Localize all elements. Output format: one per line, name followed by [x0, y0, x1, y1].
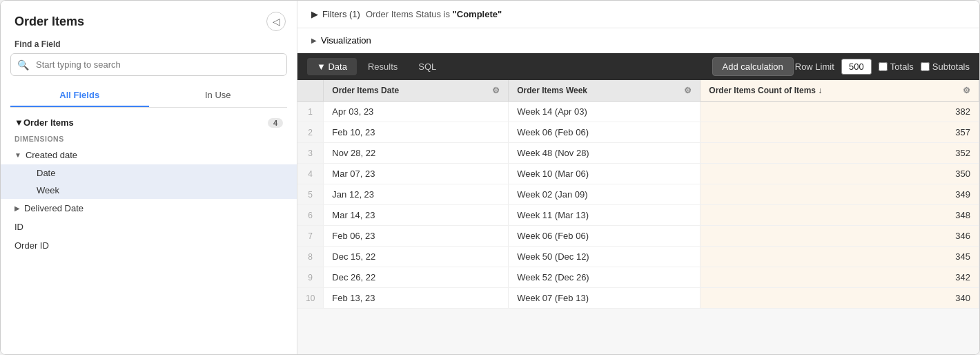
- tab-sql[interactable]: SQL: [409, 58, 446, 75]
- table-row: 10 Feb 13, 23 Week 07 (Feb 13) 340: [297, 288, 979, 309]
- table-row: 2 Feb 10, 23 Week 06 (Feb 06) 357: [297, 122, 979, 143]
- cell-date: Nov 28, 22: [324, 143, 509, 164]
- cell-date: Feb 06, 23: [324, 226, 509, 247]
- cell-date: Dec 15, 22: [324, 247, 509, 267]
- col-date-gear-icon[interactable]: ⚙: [492, 86, 500, 95]
- field-order-id[interactable]: Order ID: [1, 236, 297, 255]
- cell-week: Week 02 (Jan 09): [509, 184, 700, 205]
- data-table: Order Items Date ⚙ Order Items Week ⚙: [297, 80, 979, 309]
- sidebar-collapse-button[interactable]: ◁: [266, 12, 286, 31]
- cell-count: 342: [700, 267, 979, 288]
- group-badge: 4: [268, 118, 283, 128]
- cell-count: 350: [700, 164, 979, 184]
- viz-caret-icon: ▶: [311, 37, 317, 44]
- field-created-date-label: Created date: [26, 150, 77, 160]
- cell-count: 348: [700, 205, 979, 226]
- table-row: 8 Dec 15, 22 Week 50 (Dec 12) 345: [297, 247, 979, 267]
- filters-toggle[interactable]: ▶ Filters (1): [311, 9, 360, 19]
- cell-date: Feb 10, 23: [324, 122, 509, 143]
- col-header-num: [297, 80, 324, 102]
- sidebar-header: Order Items ◁: [1, 1, 297, 37]
- visualization-bar[interactable]: ▶ Visualization: [297, 28, 979, 53]
- row-num: 7: [297, 226, 324, 247]
- field-id-label: ID: [14, 222, 23, 232]
- subtotals-label: Subtotals: [932, 61, 970, 72]
- cell-week: Week 48 (Nov 28): [509, 143, 700, 164]
- col-count-gear-icon[interactable]: ⚙: [963, 86, 970, 95]
- tab-results[interactable]: Results: [358, 58, 407, 75]
- cell-count: 349: [700, 184, 979, 205]
- row-num: 1: [297, 102, 324, 122]
- col-date-label: Order Items Date: [332, 86, 399, 95]
- cell-count: 346: [700, 226, 979, 247]
- col-week-label: Order Items Week: [517, 86, 587, 95]
- expand-caret-icon: ▼: [14, 151, 21, 159]
- table-row: 3 Nov 28, 22 Week 48 (Nov 28) 352: [297, 143, 979, 164]
- cell-count: 382: [700, 102, 979, 122]
- add-calculation-button[interactable]: Add calculation: [712, 57, 794, 76]
- dimensions-label: DIMENSIONS: [1, 132, 297, 146]
- col-header-count: Order Items Count of Items ↓ ⚙: [700, 80, 979, 102]
- col-header-week: Order Items Week ⚙: [509, 80, 700, 102]
- search-input[interactable]: [10, 53, 287, 76]
- sidebar: Order Items ◁ Find a Field 🔍 All Fields …: [1, 1, 297, 354]
- cell-week: Week 52 (Dec 26): [509, 267, 700, 288]
- filter-description: Order Items Status is "Complete": [366, 9, 502, 19]
- cell-week: Week 50 (Dec 12): [509, 247, 700, 267]
- col-week-gear-icon[interactable]: ⚙: [684, 86, 692, 95]
- tab-data[interactable]: ▼ Data: [307, 58, 357, 75]
- filters-label: Filters (1): [322, 9, 360, 19]
- cell-week: Week 14 (Apr 03): [509, 102, 700, 122]
- cell-count: 357: [700, 122, 979, 143]
- cell-date: Apr 03, 23: [324, 102, 509, 122]
- table-row: 6 Mar 14, 23 Week 11 (Mar 13) 348: [297, 205, 979, 226]
- row-num: 9: [297, 267, 324, 288]
- table-row: 1 Apr 03, 23 Week 14 (Apr 03) 382: [297, 102, 979, 122]
- field-created-date[interactable]: ▼ Created date: [1, 146, 297, 164]
- cell-date: Jan 12, 23: [324, 184, 509, 205]
- table-row: 5 Jan 12, 23 Week 02 (Jan 09) 349: [297, 184, 979, 205]
- cell-week: Week 10 (Mar 06): [509, 164, 700, 184]
- table-row: 9 Dec 26, 22 Week 52 (Dec 26) 342: [297, 267, 979, 288]
- row-num: 3: [297, 143, 324, 164]
- field-list: ▼ Order Items 4 DIMENSIONS ▼ Created dat…: [1, 108, 297, 354]
- filter-expand-icon: ▶: [311, 9, 318, 19]
- search-box-container: 🔍: [10, 53, 287, 76]
- cell-week: Week 06 (Feb 06): [509, 226, 700, 247]
- group-label: Order Items: [23, 117, 74, 128]
- toolbar-right: Row Limit Totals Subtotals: [795, 59, 970, 75]
- col-count-label: Order Items Count of Items ↓: [709, 86, 822, 95]
- row-limit-input[interactable]: [841, 59, 872, 75]
- row-limit-label: Row Limit: [795, 61, 834, 72]
- field-delivered-date[interactable]: ▶ Delivered Date: [1, 199, 297, 218]
- row-num: 2: [297, 122, 324, 143]
- row-num: 4: [297, 164, 324, 184]
- subtotals-checkbox[interactable]: [921, 62, 930, 71]
- cell-count: 345: [700, 247, 979, 267]
- tab-all-fields[interactable]: All Fields: [10, 84, 149, 107]
- cell-week: Week 07 (Feb 13): [509, 288, 700, 309]
- table-row: 7 Feb 06, 23 Week 06 (Feb 06) 346: [297, 226, 979, 247]
- find-field-label: Find a Field: [1, 37, 297, 53]
- main-content: ▶ Filters (1) Order Items Status is "Com…: [297, 1, 979, 354]
- group-caret-icon: ▼: [14, 117, 23, 128]
- totals-checkbox-label[interactable]: Totals: [879, 61, 914, 72]
- group-order-items[interactable]: ▼ Order Items 4: [1, 113, 297, 132]
- sub-field-week[interactable]: Week: [1, 182, 297, 199]
- field-delivered-date-label: Delivered Date: [24, 203, 84, 213]
- field-order-id-label: Order ID: [14, 240, 49, 251]
- field-tabs: All Fields In Use: [10, 84, 287, 108]
- subtotals-checkbox-label[interactable]: Subtotals: [921, 61, 970, 72]
- cell-date: Mar 14, 23: [324, 205, 509, 226]
- cell-week: Week 06 (Feb 06): [509, 122, 700, 143]
- sub-field-date[interactable]: Date: [1, 164, 297, 182]
- row-num: 10: [297, 288, 324, 309]
- col-header-date: Order Items Date ⚙: [324, 80, 509, 102]
- field-id[interactable]: ID: [1, 218, 297, 236]
- search-icon: 🔍: [17, 59, 29, 70]
- filters-bar: ▶ Filters (1) Order Items Status is "Com…: [297, 1, 979, 28]
- tab-in-use[interactable]: In Use: [149, 84, 288, 107]
- cell-count: 352: [700, 143, 979, 164]
- row-num: 6: [297, 205, 324, 226]
- totals-checkbox[interactable]: [879, 62, 888, 71]
